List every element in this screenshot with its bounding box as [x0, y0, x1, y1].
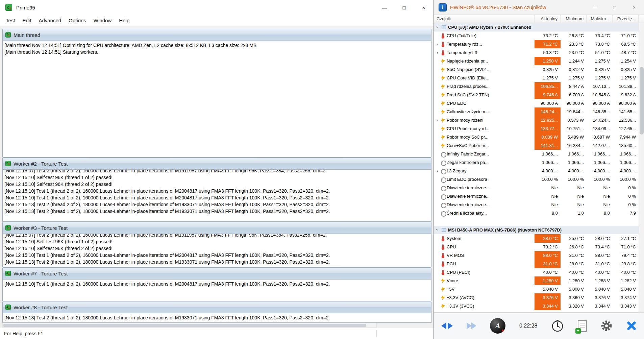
hwinfo-titlebar[interactable]: HWiNFO® 64 v8.26-5730 - Stan czujników —…: [434, 0, 644, 15]
sensor-row[interactable]: VR MOS 88.0 °C 31.0 °C 88.0 °C 79.4 °C: [434, 251, 639, 260]
brand-logo[interactable]: [490, 318, 505, 334]
chevron-right-icon[interactable]: [436, 42, 439, 47]
clock-icon: [441, 194, 445, 199]
menu-item[interactable]: Window: [90, 16, 115, 25]
value-maximum: 14.024...: [587, 116, 613, 124]
sensor-row[interactable]: Napięcie rdzenia pr... 1.250 V 1.244 V 1…: [434, 57, 639, 65]
sensor-row[interactable]: Vcore 1.280 V 1.280 V 1.288 V 1.282 V: [434, 276, 639, 285]
column-header[interactable]: Aktualny: [535, 15, 561, 23]
column-header[interactable]: Maksim...: [587, 15, 613, 23]
sensor-label: Średnia liczba akty...: [447, 211, 487, 216]
sensor-table-body: CPU [#0]: AMD Ryzen 7 2700: Enhanced CPU…: [434, 23, 644, 312]
sensor-row[interactable]: Dławienie termiczne... Nie Nie Nie 0 %: [434, 192, 639, 200]
settings-button[interactable]: [600, 320, 613, 332]
sensor-label: Core+SoC Pobór m...: [447, 143, 489, 148]
report-button[interactable]: +: [578, 320, 587, 332]
chevron-right-icon[interactable]: [436, 168, 439, 173]
column-header[interactable]: Minimum: [561, 15, 587, 23]
sensor-label: Infinity Fabric Zegar...: [447, 151, 489, 156]
sensor-row[interactable]: PCH 31.0 °C 28.0 °C 31.0 °C 29.8 °C: [434, 260, 639, 268]
thermometer-icon: [441, 244, 445, 250]
value-maximum: 8.687 W: [587, 133, 613, 141]
sensor-row[interactable]: CPU (Tctl/Tdie) 73.2 °C 26.8 °C 73.4 °C …: [434, 31, 639, 40]
value-minimum: 90.000 A: [561, 99, 587, 107]
value-average: 1.254 V: [613, 57, 639, 65]
sensor-row[interactable]: Pobór mocy rdzeni 12.925... 0.573 W 14.0…: [434, 116, 639, 124]
vertical-scrollbar[interactable]: [639, 23, 644, 312]
value-current: Nie: [535, 184, 561, 192]
child-window-titlebar[interactable]: Worker #8 - Torture Test: [3, 301, 431, 313]
close-button[interactable]: ×: [624, 0, 644, 15]
prime95-titlebar[interactable]: Prime95 — □ ×: [0, 0, 434, 15]
sensor-row[interactable]: CPU Pobór mocy rd... 133.77... 10.751...…: [434, 124, 639, 133]
sensor-name-cell: CPU Core VID (Effe...: [434, 74, 535, 82]
sensor-row[interactable]: Dławienie termiczne... Nie Nie Nie 0 %: [434, 200, 639, 209]
prev-next-sensor-button[interactable]: [441, 322, 453, 329]
sensor-row[interactable]: Temperatury rdz... 71.2 °C 23.3 °C 73.8 …: [434, 40, 639, 48]
lightning-icon: [441, 278, 445, 284]
hwinfo-app-icon: [439, 3, 447, 11]
horizontal-scrollbar[interactable]: [2, 323, 377, 328]
child-window-titlebar[interactable]: Worker #2 - Torture Test: [3, 158, 431, 170]
sensor-row[interactable]: System 28.0 °C 25.0 °C 28.0 °C 27.1 °C: [434, 234, 639, 243]
maximize-button[interactable]: □: [394, 0, 414, 15]
scrollbar-thumb[interactable]: [640, 67, 644, 135]
sensor-row[interactable]: Pobór mocy SoC pr... 8.039 W 5.489 W 8.6…: [434, 133, 639, 141]
child-window-titlebar[interactable]: Main thread: [3, 29, 431, 41]
menu-item[interactable]: Help: [115, 16, 133, 25]
value-maximum: 73.8 °C: [587, 40, 613, 48]
chevron-right-icon[interactable]: [436, 118, 439, 123]
sensor-row[interactable]: CPU (PECI) 40.0 °C 40.0 °C 40.0 °C 40.0 …: [434, 268, 639, 276]
sensor-row[interactable]: +3,3V (AVCC) 3.376 V 3.360 V 3.376 V 3.3…: [434, 293, 639, 302]
sensor-row[interactable]: Średnia liczba akty... 8.0 1.0 8.0 7.9: [434, 209, 639, 217]
scrollbar-thumb[interactable]: [3, 324, 366, 327]
sensor-row[interactable]: Limit EDC procesora 100.0 % 100.0 % 100.…: [434, 175, 639, 184]
child-window-titlebar[interactable]: Worker #3 - Torture Test: [3, 222, 431, 234]
child-window-titlebar[interactable]: Worker #7 - Torture Test: [3, 268, 431, 280]
menu-item[interactable]: Advanced: [35, 16, 65, 25]
sensor-row[interactable]: Core+SoC Pobór m... 141.81... 16.284... …: [434, 141, 639, 150]
sensor-row[interactable]: CPU 73.2 °C 26.8 °C 73.4 °C 71.0 °C: [434, 243, 639, 251]
skip-sensors-button[interactable]: [467, 322, 476, 329]
sensor-group-header[interactable]: MSI B450-A PRO MAX (MS-7B86) (Nuvoton NC…: [434, 226, 639, 234]
chevron-right-icon[interactable]: [436, 50, 439, 55]
sensor-name-cell: System: [434, 234, 535, 243]
sensor-label: CPU (Tctl/Tdie): [447, 33, 476, 38]
column-header[interactable]: Przecię...: [613, 15, 639, 23]
sensor-row[interactable]: +5V 5.040 V 5.000 V 5.040 V 5.040 V: [434, 285, 639, 293]
value-average: 29.8 °C: [613, 260, 639, 268]
arrow-left-icon: [441, 322, 446, 329]
minimize-button[interactable]: —: [585, 0, 605, 15]
close-button[interactable]: ×: [414, 0, 434, 15]
column-header[interactable]: Czujnik: [434, 15, 535, 23]
sensor-row[interactable]: Infinity Fabric Zegar... 1,066.... 1,066…: [434, 150, 639, 158]
sensor-group-title: MSI B450-A PRO MAX (MS-7B86) (Nuvoton NC…: [448, 227, 562, 233]
sensor-row[interactable]: L3 Zegary 4,000.... 4,000.... 4,000.... …: [434, 167, 639, 175]
sensor-row[interactable]: CPU Core VID (Effe... 1.275 V 1.275 V 1.…: [434, 74, 639, 82]
value-current: 106.85...: [535, 82, 561, 91]
sensor-name-cell: CPU (PECI): [434, 268, 535, 276]
sensor-row[interactable]: Zegar kontrolera pa... 1,066.... 1,066..…: [434, 158, 639, 167]
menu-item[interactable]: Options: [65, 16, 90, 25]
close-sensors-button[interactable]: [626, 321, 637, 331]
value-maximum: Nie: [587, 192, 613, 200]
minimize-button[interactable]: —: [375, 0, 394, 15]
sensor-row[interactable]: +3,3V (3VCC) 3.344 V 3.328 V 3.344 V 3.3…: [434, 302, 639, 310]
sensor-name-cell: +3,3V (AVCC): [434, 293, 535, 302]
child-window-title: Worker #2 - Torture Test: [14, 161, 68, 167]
sensor-row[interactable]: Prąd rdzenia proces... 106.85... 8.447 A…: [434, 82, 639, 91]
sensor-name-cell: PCH: [434, 260, 535, 268]
sensor-row[interactable]: CPU EDC 90.000 A 90.000 A 90.000 A 90.00…: [434, 99, 639, 107]
maximize-button[interactable]: □: [605, 0, 624, 15]
sensor-group-header[interactable]: CPU [#0]: AMD Ryzen 7 2700: Enhanced: [434, 23, 639, 31]
sensor-row[interactable]: Dławienie termiczne... Nie Nie Nie 0 %: [434, 184, 639, 192]
reset-clock-button[interactable]: [551, 319, 564, 332]
sensor-row[interactable]: Temperatury L3 50.3 °C 23.9 °C 51.0 °C 4…: [434, 48, 639, 57]
sensor-row[interactable]: SoC Napięcie (SVI2 ... 0.825 V 0.812 V 0…: [434, 65, 639, 74]
sensor-row[interactable]: Całkowite zużycie m... 146.24... 19.844.…: [434, 107, 639, 116]
menu-item[interactable]: Test: [2, 16, 19, 25]
sensor-row[interactable]: Prąd SoC (SVI2 TFN) 9.745 A 6.709 A 10.5…: [434, 91, 639, 99]
menu-item[interactable]: Edit: [19, 16, 35, 25]
value-maximum: 0.825 V: [587, 65, 613, 74]
sensor-label: Prąd rdzenia proces...: [447, 84, 490, 89]
